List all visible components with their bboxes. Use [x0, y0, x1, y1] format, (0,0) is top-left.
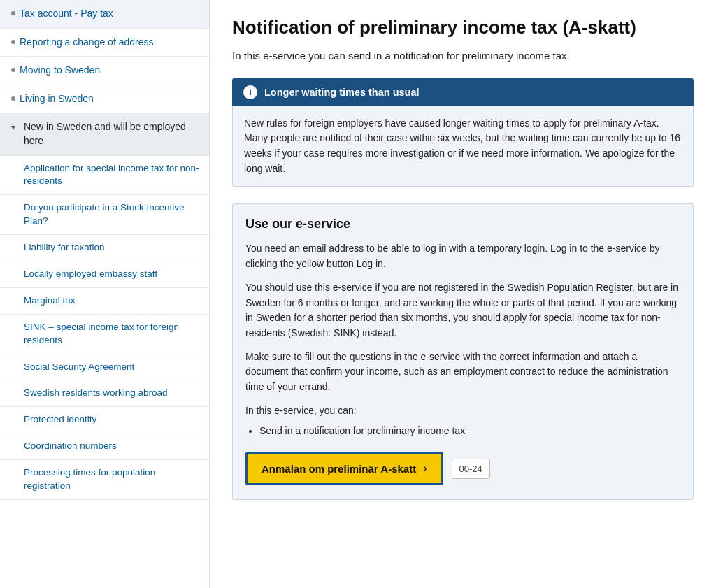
sidebar-subitem-sink[interactable]: SINK – special income tax for foreign re… [0, 315, 209, 354]
section-para-3: Make sure to fill out the questions in t… [245, 350, 680, 395]
dot-icon [11, 96, 15, 101]
sidebar-item-label: New in Sweden and will be employed here [24, 120, 201, 148]
sidebar: Tax account - Pay tax Reporting a change… [0, 0, 210, 588]
main-content: Notification of preliminary income tax (… [210, 0, 716, 588]
sidebar-subitem-locally-employed[interactable]: Locally employed embassy staff [0, 261, 209, 288]
dot-icon [11, 40, 15, 44]
sidebar-item-moving-to-sweden[interactable]: Moving to Sweden [0, 57, 209, 85]
section-para-1: You need an email address to be able to … [245, 241, 680, 271]
sidebar-item-label: Reporting a change of address [20, 36, 153, 50]
bullet-item-1: Send in a notification for preliminary i… [259, 424, 680, 439]
section-title: Use our e-service [245, 217, 680, 231]
sidebar-subitem-label: Do you participate in a Stock Incentive … [24, 201, 201, 228]
sidebar-item-reporting-change[interactable]: Reporting a change of address [0, 29, 209, 57]
sidebar-subitem-label: Liability for taxation [24, 241, 105, 254]
sidebar-subitem-label: Marginal tax [24, 294, 76, 308]
section-para-2: You should use this e-service if you are… [245, 280, 680, 341]
sidebar-subitem-label: Application for special income tax for n… [24, 162, 201, 189]
sidebar-subitem-label: Processing times for population registra… [24, 466, 201, 493]
sidebar-subitem-label: Coordination numbers [24, 440, 117, 453]
dot-icon [11, 68, 15, 72]
alert-body: New rules for foreign employers have cau… [232, 106, 694, 187]
sidebar-subitem-label: Protected identity [24, 413, 96, 426]
sidebar-subitem-label: Locally employed embassy staff [24, 268, 157, 281]
info-icon: i [243, 85, 257, 99]
cta-button-label: Anmälan om preliminär A-skatt [262, 463, 416, 475]
sidebar-subitem-label: Swedish residents working abroad [24, 387, 168, 400]
section-body: You need an email address to be able to … [245, 241, 680, 418]
sidebar-item-living-in-sweden[interactable]: Living in Sweden [0, 85, 209, 114]
sidebar-subitem-stock-incentive[interactable]: Do you participate in a Stock Incentive … [0, 195, 209, 235]
cta-button[interactable]: Anmälan om preliminär A-skatt › [245, 452, 443, 485]
sidebar-subitem-marginal-tax[interactable]: Marginal tax [0, 288, 209, 315]
bullet-list: Send in a notification for preliminary i… [259, 424, 680, 439]
intro-text: In this e-service you can send in a noti… [232, 48, 694, 64]
cta-badge: 00-24 [452, 459, 490, 479]
alert-title: Longer waiting times than usual [264, 87, 420, 98]
sidebar-subitem-coordination-numbers[interactable]: Coordination numbers [0, 433, 209, 460]
chevron-down-icon: ▾ [11, 122, 20, 134]
sidebar-subitem-application-special[interactable]: Application for special income tax for n… [0, 156, 209, 196]
sidebar-subitem-protected-identity[interactable]: Protected identity [0, 407, 209, 433]
e-service-section: Use our e-service You need an email addr… [232, 203, 694, 500]
sidebar-item-label: Tax account - Pay tax [20, 7, 113, 21]
sidebar-item-label: Living in Sweden [20, 92, 94, 106]
sidebar-item-new-in-sweden[interactable]: ▾ New in Sweden and will be employed her… [0, 113, 209, 155]
sidebar-subitem-social-security[interactable]: Social Security Agreement [0, 354, 209, 381]
alert-banner-container: i Longer waiting times than usual New ru… [232, 78, 694, 187]
sidebar-item-label: Moving to Sweden [20, 64, 100, 78]
chevron-right-icon: › [423, 462, 427, 475]
dot-icon [11, 11, 15, 15]
alert-banner: i Longer waiting times than usual [232, 78, 694, 106]
sidebar-item-tax-account[interactable]: Tax account - Pay tax [0, 0, 209, 29]
sidebar-subitem-label: Social Security Agreement [24, 361, 134, 374]
sidebar-subitem-liability-taxation[interactable]: Liability for taxation [0, 235, 209, 261]
sidebar-subitem-swedish-residents-abroad[interactable]: Swedish residents working abroad [0, 380, 209, 407]
sidebar-subitem-processing-times[interactable]: Processing times for population registra… [0, 460, 209, 500]
sidebar-subitem-label: SINK – special income tax for foreign re… [24, 321, 201, 347]
section-para-4: In this e-service, you can: [245, 403, 680, 419]
cta-row: Anmälan om preliminär A-skatt › 00-24 [245, 452, 680, 485]
page-title: Notification of preliminary income tax (… [232, 17, 694, 38]
